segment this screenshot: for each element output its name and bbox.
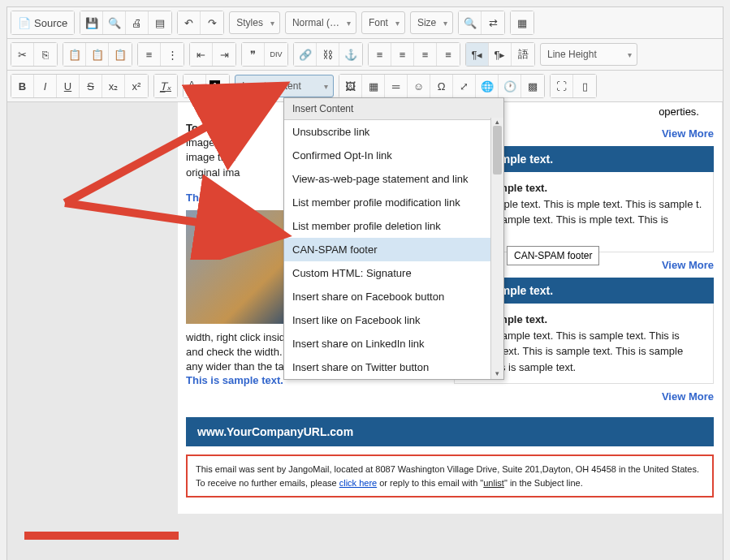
dropdown-item-can-spam[interactable]: CAN-SPAM footer xyxy=(284,238,490,261)
source-button[interactable]: 📄Source xyxy=(11,11,74,34)
scroll-down-icon[interactable]: ▾ xyxy=(491,369,503,379)
print-button[interactable]: 🖨 xyxy=(126,11,149,34)
annotation-arrow-1 xyxy=(16,81,292,260)
undo-button[interactable]: ↶ xyxy=(178,11,201,34)
view-more-1[interactable]: View More xyxy=(662,127,714,140)
dropdown-header: Insert Content xyxy=(284,98,503,120)
font-label: Font xyxy=(369,17,388,28)
dropdown-item-fb-share[interactable]: Insert share on Facebook button xyxy=(284,285,490,308)
anchor-button[interactable]: ⚓ xyxy=(339,43,362,66)
size-select[interactable]: Size xyxy=(410,11,453,34)
view-more-3[interactable]: View More xyxy=(662,390,714,403)
indent-button[interactable]: ⇥ xyxy=(213,43,235,66)
find-button[interactable]: 🔍 xyxy=(459,11,482,34)
redo-button[interactable]: ↷ xyxy=(201,11,223,34)
dropdown-item-twitter[interactable]: Insert share on Twitter button xyxy=(284,355,490,379)
size-label: Size xyxy=(417,17,436,28)
dropdown-item-opt-in[interactable]: Confirmed Opt-In link xyxy=(284,144,490,167)
toolbar-row-1: 📄Source 💾 🔍 🖨 ▤ ↶ ↷ Styles Normal (… Fon… xyxy=(7,7,723,39)
copy-button[interactable]: ⎘ xyxy=(34,43,57,66)
canspam-click-here[interactable]: click here xyxy=(339,478,377,488)
preview-button[interactable]: 🔍 xyxy=(103,11,126,34)
align-right-button[interactable]: ≡ xyxy=(414,43,437,66)
cut-button[interactable]: ✂ xyxy=(11,43,34,66)
dropdown-item-linkedin[interactable]: Insert share on LinkedIn link xyxy=(284,332,490,355)
table-button[interactable]: ▦ xyxy=(362,75,385,97)
pagebreak-button[interactable]: ⤢ xyxy=(453,75,476,97)
bullet-list-button[interactable]: ⋮ xyxy=(161,43,184,66)
sample-link-2[interactable]: This is sample text. xyxy=(186,374,283,386)
dropdown-item-unsubscribe[interactable]: Unsubscribe link xyxy=(284,120,490,144)
dropdown-item-signature[interactable]: Custom HTML: Signature xyxy=(284,261,490,285)
div-button[interactable]: DIV xyxy=(265,43,287,66)
styles-label: Styles xyxy=(236,17,263,28)
link-button[interactable]: 🔗 xyxy=(294,43,317,66)
font-select[interactable]: Font xyxy=(361,11,405,34)
scroll-thumb[interactable] xyxy=(493,126,502,174)
save-button[interactable]: 💾 xyxy=(80,11,103,34)
iframe-button[interactable]: 🌐 xyxy=(476,75,499,97)
properties-tail: operties. xyxy=(659,106,699,118)
align-center-button[interactable]: ≡ xyxy=(391,43,414,66)
source-label: Source xyxy=(34,17,67,29)
special-char-button[interactable]: Ω xyxy=(430,75,453,97)
can-spam-footer: This email was sent by JangoMail, locate… xyxy=(186,454,714,498)
dropdown-item-profile-del[interactable]: List member profile deletion link xyxy=(284,214,490,238)
footer-url-bar: www.YourCompanyURL.com xyxy=(186,417,714,446)
canspam-text-3: " in the Subject line. xyxy=(504,478,583,488)
qr-button[interactable]: ▩ xyxy=(521,75,544,97)
line-height-label: Line Height xyxy=(547,49,597,60)
image-button[interactable]: 🖼 xyxy=(339,75,362,97)
line-height-select[interactable]: Line Height xyxy=(540,43,637,66)
clock-button[interactable]: 🕐 xyxy=(499,75,521,97)
canspam-unlist: unlist xyxy=(483,478,504,488)
dropdown-scrollbar[interactable]: ▴ ▾ xyxy=(490,118,503,379)
hr-button[interactable]: ═ xyxy=(385,75,408,97)
replace-button[interactable]: ⇄ xyxy=(482,11,504,34)
toolbar-row-2: ✂ ⎘ 📋 📋 📋 ≡ ⋮ ⇤ ⇥ ❞ DIV 🔗 ⛓ ⚓ ≡ ≡ ≡ xyxy=(7,39,723,71)
align-justify-button[interactable]: ≡ xyxy=(437,43,460,66)
rtl-button[interactable]: ¶▸ xyxy=(489,43,512,66)
template-button[interactable]: ▤ xyxy=(149,11,171,34)
canspam-text-2: or reply to this email with " xyxy=(377,478,483,488)
styles-select[interactable]: Styles xyxy=(229,11,280,34)
format-label: Normal (… xyxy=(292,17,339,28)
dropdown-list: Unsubscribe link Confirmed Opt-In link V… xyxy=(284,120,503,379)
select-all-button[interactable]: ▦ xyxy=(511,11,533,34)
dropdown-item-fb-like[interactable]: Insert like on Facebook link xyxy=(284,308,490,332)
format-select[interactable]: Normal (… xyxy=(285,11,356,34)
view-more-2[interactable]: View More xyxy=(662,259,714,271)
ltr-button[interactable]: ¶◂ xyxy=(466,43,489,66)
paste-button[interactable]: 📋 xyxy=(63,43,86,66)
dropdown-item-profile-mod[interactable]: List member profile modification link xyxy=(284,191,490,214)
insert-content-dropdown: Insert Content Unsubscribe link Confirme… xyxy=(283,97,504,380)
blockquote-button[interactable]: ❞ xyxy=(242,43,265,66)
source-icon: 📄 xyxy=(18,17,31,29)
unlink-button[interactable]: ⛓ xyxy=(317,43,339,66)
numbered-list-button[interactable]: ≡ xyxy=(138,43,161,66)
smiley-button[interactable]: ☺ xyxy=(408,75,430,97)
paste-word-button[interactable]: 📋 xyxy=(109,43,132,66)
annotation-arrow-2 xyxy=(16,519,195,552)
outdent-button[interactable]: ⇤ xyxy=(190,43,213,66)
align-left-button[interactable]: ≡ xyxy=(369,43,391,66)
show-blocks-button[interactable]: ▯ xyxy=(573,75,596,97)
paste-text-button[interactable]: 📋 xyxy=(86,43,109,66)
maximize-button[interactable]: ⛶ xyxy=(551,75,573,97)
dropdown-item-view-web[interactable]: View-as-web-page statement and link xyxy=(284,167,490,191)
language-button[interactable]: 語 xyxy=(512,43,534,66)
tooltip: CAN-SPAM footer xyxy=(507,246,599,265)
